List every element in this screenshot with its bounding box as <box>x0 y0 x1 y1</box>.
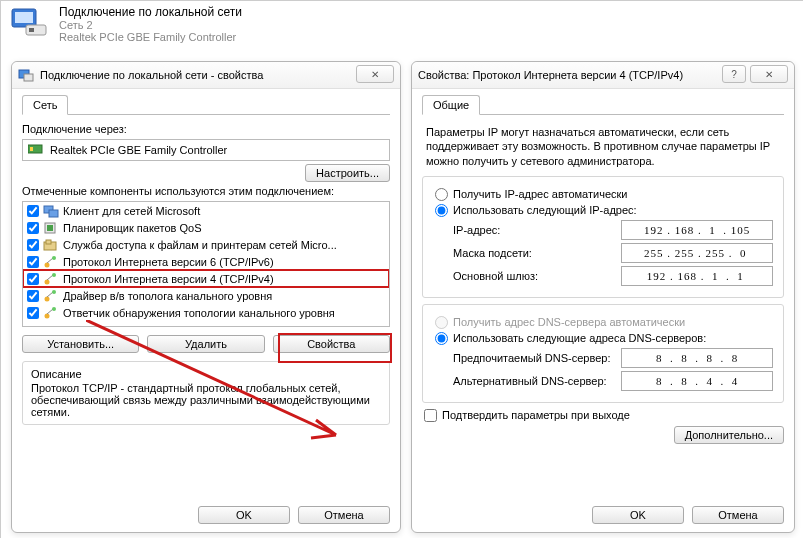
svg-point-21 <box>52 307 56 311</box>
description-title: Описание <box>31 368 381 380</box>
protocol-icon <box>43 272 59 286</box>
subnet-mask-field[interactable]: 255 . 255 . 255 . 0 <box>621 243 773 263</box>
item-label: Служба доступа к файлам и принтерам сете… <box>63 239 337 251</box>
gateway-label: Основной шлюз: <box>453 270 621 282</box>
list-item[interactable]: Драйвер в/в тополога канального уровня <box>23 287 389 304</box>
validate-on-exit-label: Подтвердить параметры при выходе <box>442 409 630 421</box>
ip-settings-group: Получить IP-адрес автоматически Использо… <box>422 176 784 298</box>
svg-rect-1 <box>15 12 33 23</box>
svg-rect-3 <box>29 28 34 32</box>
close-button[interactable]: ✕ <box>750 65 788 83</box>
list-item[interactable]: Протокол Интернета версии 6 (TCP/IPv6) <box>23 253 389 270</box>
connect-through-label: Подключение через: <box>22 123 390 135</box>
header-adapter-name: Realtek PCIe GBE Family Controller <box>59 31 242 43</box>
ok-button[interactable]: OK <box>198 506 290 524</box>
list-item[interactable]: Ответчик обнаружения топологии канальног… <box>23 304 389 321</box>
dns-settings-group: Получить адрес DNS-сервера автоматически… <box>422 304 784 403</box>
nic-icon <box>28 143 44 157</box>
tab-general[interactable]: Общие <box>422 95 480 115</box>
radio-auto-ip-label: Получить IP-адрес автоматически <box>453 188 627 200</box>
item-checkbox[interactable] <box>27 290 39 302</box>
svg-point-18 <box>45 296 50 301</box>
ip-address-label: IP-адрес: <box>453 224 621 236</box>
svg-point-16 <box>45 279 50 284</box>
remove-button[interactable]: Удалить <box>147 335 264 353</box>
item-checkbox[interactable] <box>27 273 39 285</box>
adapter-name: Realtek PCIe GBE Family Controller <box>50 144 227 156</box>
protocol-icon <box>43 255 59 269</box>
item-label: Протокол Интернета версии 4 (TCP/IPv4) <box>63 273 274 285</box>
list-item[interactable]: Планировщик пакетов QoS <box>23 219 389 236</box>
item-label: Клиент для сетей Microsoft <box>63 205 200 217</box>
svg-point-15 <box>52 256 56 260</box>
ipv4-properties-titlebar[interactable]: Свойства: Протокол Интернета версии 4 (T… <box>412 62 794 89</box>
dns2-label: Альтернативный DNS-сервер: <box>453 375 621 387</box>
dns2-field[interactable]: 8 . 8 . 4 . 4 <box>621 371 773 391</box>
install-button[interactable]: Установить... <box>22 335 139 353</box>
components-listbox[interactable]: Клиент для сетей Microsoft Планировщик п… <box>22 201 390 327</box>
svg-point-17 <box>52 273 56 277</box>
close-button[interactable]: ✕ <box>356 65 394 83</box>
radio-manual-ip[interactable] <box>435 204 448 217</box>
protocol-icon <box>43 289 59 303</box>
gateway-field[interactable]: 192 . 168 . 1 . 1 <box>621 266 773 286</box>
ipv4-properties-window: Свойства: Протокол Интернета версии 4 (T… <box>411 61 795 533</box>
item-checkbox[interactable] <box>27 256 39 268</box>
description-text: Протокол TCP/IP - стандартный протокол г… <box>31 382 381 418</box>
svg-rect-5 <box>24 74 33 81</box>
adapter-field: Realtek PCIe GBE Family Controller <box>22 139 390 161</box>
validate-on-exit-checkbox[interactable] <box>424 409 437 422</box>
svg-point-19 <box>52 290 56 294</box>
item-checkbox[interactable] <box>27 307 39 319</box>
radio-auto-dns <box>435 316 448 329</box>
adapter-properties-window: Подключение по локальной сети - свойства… <box>11 61 401 533</box>
item-label: Ответчик обнаружения топологии канальног… <box>63 307 335 319</box>
svg-rect-9 <box>49 210 58 217</box>
list-item-tcpip4[interactable]: Протокол Интернета версии 4 (TCP/IPv4) <box>23 270 389 287</box>
description-group: Описание Протокол TCP/IP - стандартный п… <box>22 361 390 425</box>
header-title: Подключение по локальной сети <box>59 5 242 19</box>
list-item[interactable]: Служба доступа к файлам и принтерам сете… <box>23 236 389 253</box>
item-label: Протокол Интернета версии 6 (TCP/IPv6) <box>63 256 274 268</box>
header-network-name: Сеть 2 <box>59 19 242 31</box>
list-item[interactable]: Клиент для сетей Microsoft <box>23 202 389 219</box>
svg-rect-13 <box>46 240 51 244</box>
help-button[interactable]: ? <box>722 65 746 83</box>
qos-icon <box>43 221 59 235</box>
dns1-field[interactable]: 8 . 8 . 8 . 8 <box>621 348 773 368</box>
radio-auto-dns-label: Получить адрес DNS-сервера автоматически <box>453 316 685 328</box>
radio-manual-dns-label: Использовать следующие адреса DNS-сервер… <box>453 332 706 344</box>
cancel-button[interactable]: Отмена <box>692 506 784 524</box>
tab-network[interactable]: Сеть <box>22 95 68 115</box>
intro-text: Параметры IP могут назначаться автоматич… <box>422 123 784 176</box>
ok-button[interactable]: OK <box>592 506 684 524</box>
advanced-button[interactable]: Дополнительно... <box>674 426 784 444</box>
network-adapter-icon <box>9 6 51 42</box>
network-icon <box>18 67 34 83</box>
connection-header: Подключение по локальной сети Сеть 2 Rea… <box>1 1 803 47</box>
radio-auto-ip[interactable] <box>435 188 448 201</box>
item-label: Драйвер в/в тополога канального уровня <box>63 290 272 302</box>
item-checkbox[interactable] <box>27 222 39 234</box>
cancel-button[interactable]: Отмена <box>298 506 390 524</box>
subnet-mask-label: Маска подсети: <box>453 247 621 259</box>
properties-button[interactable]: Свойства <box>273 335 390 353</box>
svg-point-14 <box>45 262 50 267</box>
radio-manual-ip-label: Использовать следующий IP-адрес: <box>453 204 637 216</box>
window-title: Свойства: Протокол Интернета версии 4 (T… <box>418 69 683 81</box>
item-checkbox[interactable] <box>27 239 39 251</box>
ip-address-field[interactable]: 192 . 168 . 1 . 105 <box>621 220 773 240</box>
svg-rect-11 <box>47 225 53 231</box>
fileshare-icon <box>43 238 59 252</box>
item-label: Планировщик пакетов QoS <box>63 222 202 234</box>
client-icon <box>43 204 59 218</box>
configure-button[interactable]: Настроить... <box>305 164 390 182</box>
protocol-icon <box>43 306 59 320</box>
radio-manual-dns[interactable] <box>435 332 448 345</box>
window-title: Подключение по локальной сети - свойства <box>40 69 263 81</box>
svg-point-20 <box>45 313 50 318</box>
svg-rect-7 <box>30 147 33 151</box>
adapter-properties-titlebar[interactable]: Подключение по локальной сети - свойства… <box>12 62 400 89</box>
dns1-label: Предпочитаемый DNS-сервер: <box>453 352 621 364</box>
item-checkbox[interactable] <box>27 205 39 217</box>
